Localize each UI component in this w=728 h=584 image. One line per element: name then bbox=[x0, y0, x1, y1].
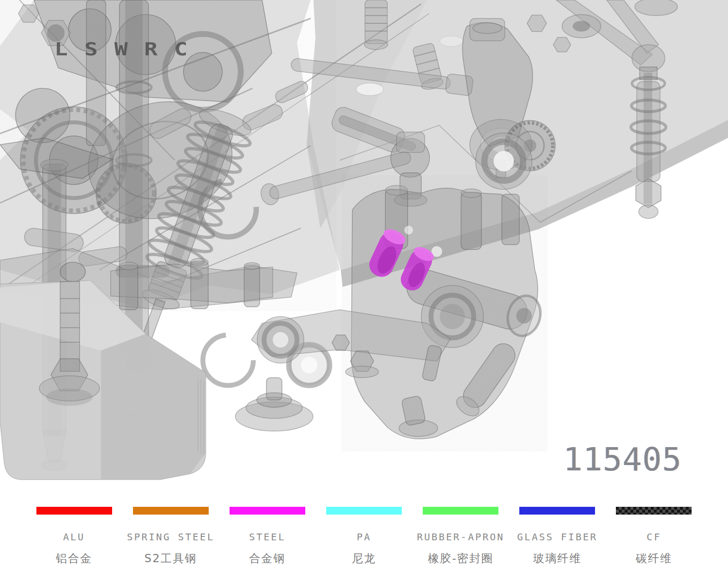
screw-icon bbox=[365, 0, 387, 44]
legend-label-zh: 尼龙 bbox=[315, 551, 412, 566]
legend-label-zh: 铝合金 bbox=[26, 551, 122, 566]
legend-label-zh: 碳纤维 bbox=[606, 551, 702, 566]
legend-label-en: PA bbox=[315, 531, 412, 543]
cad-render-svg bbox=[0, 0, 728, 500]
color-swatch-cf-carbon-texture bbox=[616, 507, 692, 515]
legend-label-zh: 合金钢 bbox=[219, 551, 315, 566]
color-swatch-steel bbox=[230, 507, 305, 515]
snap-ring-icon bbox=[203, 335, 253, 385]
color-swatch-glass-fiber bbox=[519, 507, 595, 515]
color-swatch-spring-steel bbox=[133, 507, 209, 515]
legend-item-cf: CF 碳纤维 bbox=[606, 504, 702, 566]
legend-item-spring-steel: SPRING STEEL S2工具钢 bbox=[122, 504, 219, 566]
legend-label-en: ALU bbox=[26, 531, 122, 543]
legend-label-zh: 玻璃纤维 bbox=[509, 551, 606, 566]
cad-render bbox=[0, 0, 728, 500]
legend-item-steel: STEEL 合金钢 bbox=[219, 504, 315, 566]
part-number: 115405 bbox=[563, 441, 682, 478]
legend-label-en: GLASS FIBER bbox=[509, 531, 606, 543]
legend-label-en: STEEL bbox=[219, 531, 315, 543]
color-swatch-pa bbox=[326, 507, 402, 515]
legend-label-en: SPRING STEEL bbox=[122, 531, 219, 543]
bulkhead-block bbox=[0, 258, 273, 480]
legend-item-pa: PA 尼龙 bbox=[315, 504, 412, 566]
brand-watermark: LSWRC bbox=[54, 39, 204, 60]
screw-icon bbox=[60, 282, 80, 371]
legend-item-rubber-apron: RUBBER-APRON 橡胶-密封圈 bbox=[413, 504, 509, 566]
color-swatch-alu bbox=[36, 507, 112, 515]
color-swatch-rubber-apron bbox=[423, 507, 498, 515]
legend-label-en: RUBBER-APRON bbox=[413, 531, 509, 543]
legend-item-alu: ALU 铝合金 bbox=[26, 504, 122, 566]
legend-item-glass-fiber: GLASS FIBER 玻璃纤维 bbox=[509, 504, 606, 566]
legend-label-zh: 橡胶-密封圈 bbox=[413, 551, 509, 566]
product-render-page: LSWRC 115405 ALU 铝合金 SPRING STEEL S2工具钢 … bbox=[0, 0, 728, 584]
legend-label-zh: S2工具钢 bbox=[122, 551, 219, 566]
legend-label-en: CF bbox=[606, 531, 702, 543]
material-legend: ALU 铝合金 SPRING STEEL S2工具钢 STEEL 合金钢 PA … bbox=[26, 504, 702, 566]
